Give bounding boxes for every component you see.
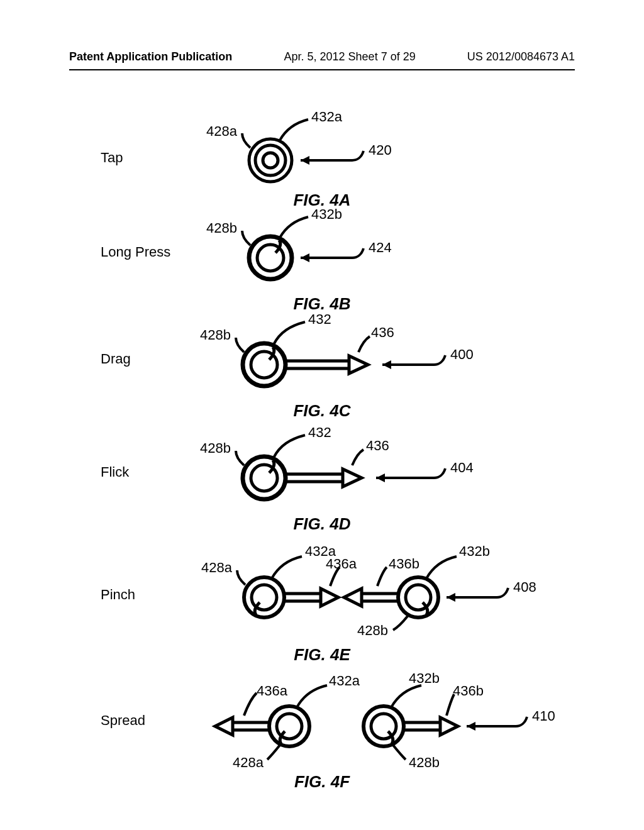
flick-arrow-icon	[286, 469, 362, 487]
svg-marker-10	[382, 360, 391, 369]
leader-428a	[267, 745, 280, 760]
ref-410: 410	[532, 709, 555, 723]
svg-marker-34	[215, 717, 233, 735]
leader-432a	[280, 119, 308, 140]
ref-428b: 428b	[200, 441, 231, 455]
touch-point-icon	[243, 456, 286, 499]
header-rule	[69, 69, 575, 70]
patent-figure-page: Patent Application Publication Apr. 5, 2…	[0, 0, 644, 830]
leader-432b	[426, 556, 457, 578]
figure-4c: Drag 432 436 428b 400	[0, 314, 644, 409]
leader-436	[352, 450, 364, 465]
ref-420: 420	[369, 143, 392, 157]
figure-4d-caption: FIG. 4D	[0, 516, 644, 532]
ref-436a: 436a	[257, 684, 287, 698]
pinch-arrow-left-icon	[285, 589, 338, 606]
leader-424-hook	[352, 248, 364, 258]
leader-432a	[272, 556, 302, 578]
figure-4d: Flick 432 436 428b 404	[0, 428, 644, 522]
touch-point-icon	[249, 236, 292, 279]
drag-arrow-icon	[286, 356, 368, 374]
ref-428b: 428b	[409, 756, 440, 770]
spread-arrow-right-icon	[404, 717, 458, 735]
leader-432b	[391, 685, 421, 707]
leader-428a	[237, 570, 245, 585]
touch-point-icon	[249, 139, 292, 182]
leader-436	[358, 336, 370, 352]
ref-428b: 428b	[357, 624, 388, 638]
svg-marker-16	[376, 473, 385, 482]
leader-428b	[393, 616, 408, 630]
pinch-arrow-right-icon	[344, 589, 397, 606]
ref-436a: 436a	[326, 557, 357, 571]
figure-4f-caption: FIG. 4F	[0, 773, 644, 790]
touch-point-left-icon	[244, 577, 284, 617]
ref-432b: 432b	[409, 672, 440, 685]
leader-436b	[377, 567, 387, 586]
header-sheet: Apr. 5, 2012 Sheet 7 of 29	[284, 50, 416, 64]
figure-4e-caption: FIG. 4E	[0, 646, 644, 663]
svg-point-11	[243, 456, 286, 499]
header-pubnum: US 2012/0084673 A1	[467, 50, 575, 64]
svg-point-1	[255, 145, 286, 175]
ref-432a: 432a	[329, 674, 360, 688]
leader-424-arrow	[301, 253, 309, 262]
gesture-label-tap: Tap	[101, 151, 123, 165]
touch-point-icon	[243, 343, 286, 386]
ref-432b: 432b	[459, 545, 490, 558]
figure-4f: Spread	[0, 667, 644, 780]
leader-436a	[244, 693, 257, 716]
leader-432b	[280, 217, 308, 238]
ref-428b: 428b	[200, 328, 231, 342]
figure-4b: Long Press 432b 428b 424	[0, 208, 644, 302]
ref-432b: 432b	[311, 208, 342, 221]
ref-436: 436	[371, 326, 394, 340]
ref-428a: 428a	[233, 756, 264, 770]
ref-436b: 436b	[389, 557, 419, 571]
svg-marker-23	[321, 589, 338, 606]
leader-428b	[393, 745, 406, 760]
ref-432: 432	[308, 426, 331, 440]
spread-arrow-left-icon	[215, 717, 269, 735]
leader-432	[274, 322, 305, 345]
svg-point-2	[263, 153, 278, 168]
header-publication: Patent Application Publication	[69, 50, 232, 64]
leader-432	[274, 435, 305, 458]
touch-point-right-icon	[364, 706, 404, 746]
leader-420-hook	[352, 151, 364, 160]
gesture-label-longpress: Long Press	[101, 245, 170, 259]
leader-432a	[297, 685, 327, 707]
svg-marker-27	[447, 593, 455, 602]
figure-4e: Pinch	[0, 541, 644, 648]
ref-428b: 428b	[206, 221, 237, 235]
fig-4d-svg	[0, 428, 644, 522]
svg-point-3	[249, 236, 292, 279]
ref-436: 436	[366, 439, 389, 453]
gesture-label-spread: Spread	[101, 714, 145, 728]
figure-4c-caption: FIG. 4C	[0, 402, 644, 419]
leader-428b	[236, 338, 244, 352]
ref-400: 400	[450, 348, 474, 362]
svg-marker-15	[343, 469, 362, 487]
ref-428a: 428a	[206, 124, 237, 138]
ref-404: 404	[450, 461, 474, 475]
gesture-label-pinch: Pinch	[101, 588, 135, 602]
svg-point-5	[243, 343, 286, 386]
ref-424: 424	[369, 241, 392, 255]
ref-432: 432	[308, 313, 331, 326]
svg-marker-38	[467, 722, 475, 731]
leader-420-arrow	[301, 156, 309, 165]
gesture-label-drag: Drag	[101, 352, 131, 366]
page-header: Patent Application Publication Apr. 5, 2…	[0, 50, 644, 64]
fig-4c-svg	[0, 314, 644, 409]
svg-marker-9	[349, 356, 368, 374]
leader-428b	[236, 451, 244, 465]
leader-428a	[242, 133, 250, 148]
leader-428b	[242, 231, 250, 245]
svg-marker-26	[344, 589, 362, 606]
touch-point-right-icon	[398, 577, 438, 617]
ref-408: 408	[513, 580, 536, 594]
gesture-label-flick: Flick	[101, 465, 129, 479]
touch-point-left-icon	[269, 706, 309, 746]
figure-4b-caption: FIG. 4B	[0, 296, 644, 312]
